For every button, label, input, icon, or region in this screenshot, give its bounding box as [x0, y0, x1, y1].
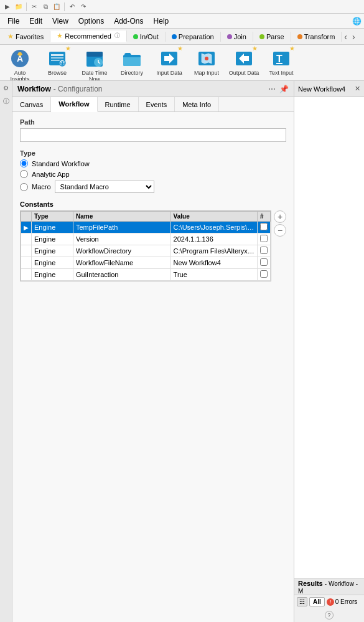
row-name: TempFilePath — [73, 222, 171, 233]
workflow-panel: Workflow - Configuration ⋯ 📌 Canvas Work… — [12, 81, 294, 622]
constants-table: Type Name Value # ▶ Engine T — [21, 211, 271, 281]
radio-standard-workflow-input[interactable] — [20, 159, 28, 167]
row-type: Engine — [32, 269, 73, 281]
tool-auto-insights[interactable]: A Auto Insights Uploader — [4, 47, 36, 81]
tool-output-data[interactable]: ★ Output Data — [228, 47, 260, 77]
tool-browse[interactable]: ★ ⊕ Browse — [41, 47, 73, 77]
radio-analytic-app[interactable]: Analytic App — [20, 170, 286, 178]
row-checkbox[interactable] — [260, 270, 268, 278]
macro-type-select[interactable]: Standard Macro Batch Macro Iterative Mac… — [55, 181, 154, 193]
row-checkbox[interactable] — [260, 235, 268, 242]
col-hash: # — [258, 212, 271, 222]
svg-rect-10 — [86, 52, 103, 57]
path-label: Path — [20, 118, 286, 126]
tool-text-input[interactable]: ★ T Text Input — [265, 47, 297, 77]
cut-icon[interactable]: ✂ — [29, 2, 39, 12]
row-type: Engine — [32, 233, 73, 245]
paste-icon[interactable]: 📋 — [52, 2, 62, 12]
toolbar-nav-forward[interactable]: › — [350, 32, 358, 42]
tab-transform[interactable]: Transform — [291, 32, 342, 42]
tab-meta-info[interactable]: Meta Info — [175, 97, 219, 111]
pin-icon[interactable]: 📌 — [279, 85, 289, 93]
table-row[interactable]: Engine WorkflowDirectory C:\Program File… — [21, 245, 271, 257]
undo-icon[interactable]: ↶ — [67, 2, 77, 12]
info-icon: ⓘ — [114, 32, 120, 40]
radio-macro-label: Macro — [32, 183, 51, 191]
row-arrow-icon: ▶ — [24, 224, 29, 231]
col-value: Value — [170, 212, 257, 222]
menu-edit[interactable]: Edit — [24, 16, 47, 27]
info-sidebar-icon[interactable]: ⓘ — [2, 97, 11, 106]
tab-preparation[interactable]: Preparation — [166, 32, 221, 42]
table-row[interactable]: Engine Version 2024.1.1.136 — [21, 233, 271, 245]
svg-point-17 — [205, 57, 208, 60]
tab-favorites[interactable]: ★ Favorites — [1, 31, 50, 42]
menu-view[interactable]: View — [47, 16, 73, 27]
toolbar-nav-back[interactable]: ‹ — [342, 32, 350, 42]
menu-file[interactable]: File — [2, 16, 24, 27]
tab-canvas[interactable]: Canvas — [12, 97, 51, 111]
row-name: Version — [73, 233, 171, 245]
menu-options[interactable]: Options — [73, 16, 109, 27]
tab-parse[interactable]: Parse — [253, 32, 291, 42]
radio-macro-input[interactable] — [20, 183, 28, 191]
tab-workflow[interactable]: Workflow — [51, 97, 97, 112]
radio-standard-workflow[interactable]: Standard Workflow — [20, 159, 286, 167]
left-sidebar: ⚙ ⓘ — [0, 81, 12, 622]
tool-input-data[interactable]: ★ Input Data — [153, 47, 185, 77]
radio-analytic-app-input[interactable] — [20, 170, 28, 178]
tab-recommended[interactable]: ★ Recommended ⓘ — [50, 31, 127, 42]
workflow-panel-tabs: Canvas Workflow Runtime Events Meta Info — [12, 97, 294, 112]
tab-runtime[interactable]: Runtime — [98, 97, 139, 111]
constants-section: Constants Type Name Value # — [20, 200, 286, 281]
remove-constant-button[interactable]: − — [274, 224, 286, 237]
tool-directory[interactable]: Directory — [116, 47, 148, 77]
error-circle: ! — [327, 598, 334, 606]
row-value: C:\Users\Joseph.Serpis\AppDat — [170, 222, 257, 233]
row-value: 2024.1.1.136 — [170, 233, 257, 245]
table-row[interactable]: Engine GuiInteraction True — [21, 269, 271, 281]
tab-events[interactable]: Events — [139, 97, 175, 111]
menu-help[interactable]: Help — [149, 16, 174, 27]
copy-icon[interactable]: ⧉ — [40, 2, 50, 12]
svg-text:⊕: ⊕ — [60, 60, 65, 67]
row-checkbox[interactable] — [260, 223, 268, 230]
input-data-icon — [159, 49, 179, 68]
table-row[interactable]: ▶ Engine TempFilePath C:\Users\Joseph.Se… — [21, 222, 271, 233]
radio-macro[interactable]: Macro Standard Macro Batch Macro Iterati… — [20, 181, 286, 193]
results-all-btn[interactable]: All — [309, 597, 325, 606]
folder-open-icon[interactable]: 📁 — [14, 2, 24, 12]
workflow-content: Path Type Standard Workflow Analytic App — [12, 112, 294, 622]
back-icon[interactable]: ▶ — [2, 2, 12, 12]
row-type: Engine — [32, 257, 73, 269]
tool-datetime-label: Date Time Now — [78, 70, 111, 81]
close-workflow-icon[interactable]: ✕ — [355, 85, 360, 93]
table-row[interactable]: Engine WorkflowFileName New Workflow4 — [21, 257, 271, 269]
canvas-area[interactable] — [294, 97, 364, 578]
more-options-icon[interactable]: ⋯ — [268, 85, 276, 93]
results-list-btn[interactable]: ☷ — [297, 597, 307, 606]
tab-join[interactable]: Join — [221, 32, 253, 42]
menu-addons[interactable]: Add-Ons — [109, 16, 148, 27]
settings-icon[interactable]: ⚙ — [2, 83, 11, 92]
row-value: True — [170, 269, 257, 281]
dot-orange — [297, 34, 302, 39]
row-arrow-cell — [21, 245, 32, 257]
help-icon[interactable]: ? — [325, 611, 334, 620]
tool-datetime[interactable]: Date Time Now — [78, 47, 111, 81]
tab-inout[interactable]: In/Out — [127, 32, 166, 42]
add-constant-button[interactable]: + — [274, 210, 286, 223]
tool-browse-label: Browse — [48, 70, 67, 77]
tool-row: A Auto Insights Uploader ★ ⊕ Browse — [0, 45, 364, 81]
path-field-group: Path — [20, 118, 286, 142]
redo-icon[interactable]: ↷ — [78, 2, 88, 12]
type-radio-group: Standard Workflow Analytic App Macro Sta… — [20, 159, 286, 193]
row-checkbox[interactable] — [260, 258, 268, 266]
row-checkbox[interactable] — [260, 247, 268, 254]
error-count: 0 Errors — [335, 598, 358, 605]
tool-map-input[interactable]: Map Input — [190, 47, 223, 77]
workflow-header-actions: ⋯ 📌 — [268, 85, 289, 93]
new-workflow-label: New Workflow4 — [298, 85, 345, 93]
path-input[interactable] — [20, 128, 286, 142]
results-title: Results - Workflow - M — [298, 580, 360, 595]
